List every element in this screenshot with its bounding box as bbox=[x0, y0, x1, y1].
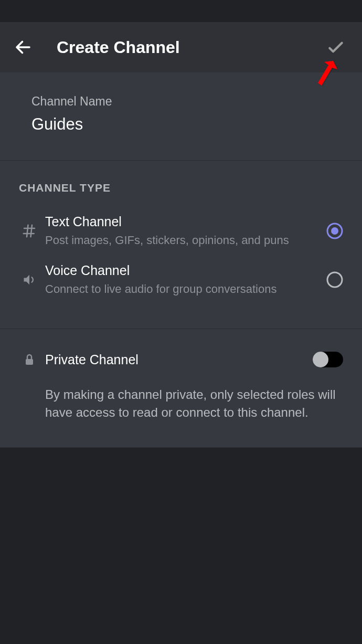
header: Create Channel bbox=[0, 22, 362, 72]
private-toggle-row[interactable]: Private Channel bbox=[19, 349, 343, 370]
confirm-button[interactable] bbox=[324, 36, 347, 59]
private-channel-desc: By making a channel private, only select… bbox=[19, 386, 343, 421]
channel-type-heading: CHANNEL TYPE bbox=[19, 182, 343, 194]
back-arrow-icon bbox=[14, 38, 33, 57]
channel-name-section[interactable]: Channel Name Guides bbox=[0, 72, 362, 161]
text-channel-radio[interactable] bbox=[326, 223, 343, 239]
hash-icon bbox=[19, 220, 40, 241]
voice-channel-desc: Connect to live audio for group conversa… bbox=[45, 282, 326, 296]
svg-point-1 bbox=[331, 227, 338, 235]
private-channel-section: Private Channel By making a channel priv… bbox=[0, 329, 362, 448]
speaker-icon bbox=[19, 269, 40, 290]
svg-rect-3 bbox=[26, 359, 33, 365]
channel-name-label: Channel Name bbox=[31, 94, 331, 109]
voice-channel-text: Voice Channel Connect to live audio for … bbox=[40, 263, 326, 296]
check-icon bbox=[325, 37, 346, 58]
text-channel-text: Text Channel Post images, GIFs, stickers… bbox=[40, 214, 326, 247]
private-toggle[interactable] bbox=[313, 352, 343, 367]
voice-channel-radio[interactable] bbox=[326, 271, 343, 288]
back-button[interactable] bbox=[13, 37, 34, 58]
content: Channel Name Guides CHANNEL TYPE Text Ch… bbox=[0, 72, 362, 448]
text-channel-option[interactable]: Text Channel Post images, GIFs, stickers… bbox=[19, 214, 343, 247]
channel-name-input[interactable]: Guides bbox=[31, 115, 331, 134]
private-channel-title: Private Channel bbox=[40, 352, 313, 367]
channel-type-section: CHANNEL TYPE Text Channel Post images, G… bbox=[0, 161, 362, 329]
page-title: Create Channel bbox=[57, 38, 180, 57]
text-channel-desc: Post images, GIFs, stickers, opinions, a… bbox=[45, 234, 326, 247]
voice-channel-option[interactable]: Voice Channel Connect to live audio for … bbox=[19, 263, 343, 296]
lock-icon bbox=[19, 349, 40, 370]
toggle-knob bbox=[313, 352, 328, 367]
svg-point-2 bbox=[327, 272, 342, 287]
voice-channel-title: Voice Channel bbox=[45, 263, 326, 278]
status-bar bbox=[0, 0, 362, 22]
text-channel-title: Text Channel bbox=[45, 214, 326, 229]
